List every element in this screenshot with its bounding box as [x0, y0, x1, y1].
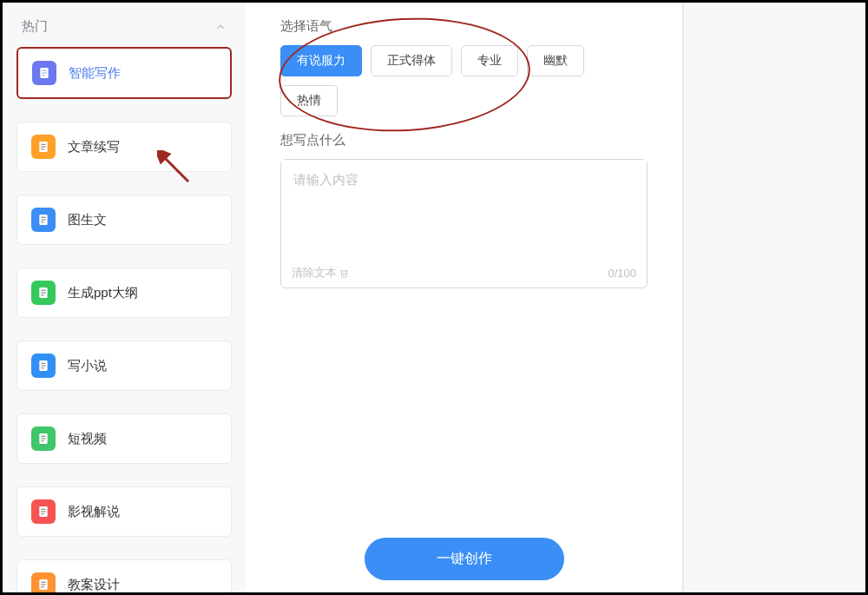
- sidebar-item-label: 写小说: [68, 358, 107, 374]
- sidebar-section-header[interactable]: 热门: [3, 3, 246, 47]
- tone-option-3[interactable]: 幽默: [527, 45, 584, 76]
- svg-rect-29: [41, 582, 45, 583]
- sidebar-item-3[interactable]: 生成ppt大纲: [16, 268, 232, 318]
- svg-rect-6: [41, 146, 45, 147]
- svg-rect-2: [42, 72, 46, 73]
- sidebar-item-0[interactable]: 智能写作: [16, 47, 232, 99]
- sidebar-item-label: 生成ppt大纲: [68, 285, 138, 301]
- right-gutter: [683, 3, 865, 592]
- svg-rect-17: [41, 363, 45, 364]
- svg-rect-30: [41, 584, 45, 585]
- tone-section-label: 选择语气: [280, 18, 648, 35]
- prompt-section-label: 想写点什么: [280, 132, 648, 149]
- doc-lines-icon: [31, 135, 56, 159]
- tone-option-1[interactable]: 正式得体: [371, 45, 452, 76]
- sidebar-item-7[interactable]: 教案设计: [16, 559, 232, 595]
- create-button[interactable]: 一键创作: [365, 538, 564, 580]
- svg-rect-3: [42, 75, 44, 76]
- sidebar-item-5[interactable]: 短视频: [16, 413, 232, 464]
- svg-rect-7: [41, 149, 43, 149]
- svg-rect-31: [41, 586, 43, 587]
- svg-rect-13: [41, 290, 45, 291]
- svg-rect-21: [41, 436, 45, 437]
- slides-icon: [31, 281, 56, 305]
- doc-pencil-icon: [32, 61, 56, 85]
- textarea-container: 清除文本 0/100: [280, 159, 648, 288]
- svg-rect-19: [41, 367, 43, 368]
- svg-rect-1: [42, 70, 46, 71]
- sidebar-item-label: 教案设计: [68, 577, 120, 593]
- content-input[interactable]: [281, 160, 647, 260]
- svg-rect-9: [41, 217, 45, 218]
- svg-rect-10: [41, 219, 45, 220]
- sidebar-item-label: 影视解说: [68, 504, 120, 520]
- svg-rect-15: [41, 294, 43, 295]
- main-panel: 选择语气 有说服力正式得体专业幽默热情 想写点什么 清除文本 0/100 一键创…: [246, 3, 683, 592]
- tone-option-2[interactable]: 专业: [461, 45, 518, 76]
- svg-rect-25: [41, 509, 45, 510]
- image-text-icon: [31, 208, 56, 232]
- clear-text-button[interactable]: 清除文本: [292, 265, 349, 281]
- svg-rect-26: [41, 511, 45, 512]
- doc-lines-icon: [31, 572, 56, 595]
- sidebar-section-label: 热门: [22, 18, 48, 35]
- clear-text-label: 清除文本: [292, 265, 337, 281]
- char-counter: 0/100: [608, 267, 636, 280]
- doc-icon: [31, 354, 56, 378]
- chevron-up-icon: [214, 21, 227, 33]
- svg-rect-23: [41, 440, 43, 441]
- sidebar-item-label: 图生文: [68, 212, 107, 228]
- tone-option-4[interactable]: 热情: [280, 85, 338, 116]
- svg-rect-5: [41, 144, 45, 145]
- sidebar-item-2[interactable]: 图生文: [16, 195, 232, 245]
- doc-lines-icon: [31, 426, 56, 451]
- sidebar: 热门 智能写作文章续写图生文生成ppt大纲写小说短视频影视解说教案设计诗诗歌情诗…: [3, 3, 246, 592]
- sidebar-item-6[interactable]: 影视解说: [16, 486, 232, 537]
- doc-lines-icon: [31, 499, 56, 524]
- sidebar-item-label: 智能写作: [69, 65, 121, 82]
- svg-rect-22: [41, 438, 45, 439]
- trash-icon: [339, 268, 349, 278]
- tone-option-0[interactable]: 有说服力: [280, 45, 362, 76]
- svg-rect-18: [41, 365, 45, 366]
- svg-rect-14: [41, 292, 45, 293]
- svg-rect-11: [41, 221, 43, 222]
- sidebar-item-label: 短视频: [68, 431, 107, 447]
- sidebar-item-1[interactable]: 文章续写: [16, 122, 232, 172]
- sidebar-item-4[interactable]: 写小说: [16, 340, 232, 391]
- svg-rect-27: [41, 513, 43, 514]
- sidebar-item-label: 文章续写: [68, 139, 120, 155]
